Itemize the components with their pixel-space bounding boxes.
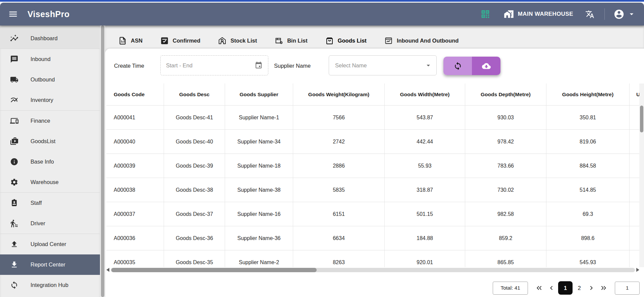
navbar-divider bbox=[604, 8, 605, 20]
page-button-1[interactable]: 1 bbox=[558, 281, 573, 295]
page-button-2[interactable]: 2 bbox=[574, 281, 585, 295]
tabs-bar: ASNConfirmedStock ListBin ListGoods List… bbox=[118, 34, 459, 48]
sync-icon bbox=[10, 281, 18, 289]
tab-stock-list[interactable]: Stock List bbox=[218, 36, 257, 45]
sidebar-item-outbound[interactable]: Outbound bbox=[0, 69, 100, 90]
scroll-left-arrow[interactable] bbox=[106, 268, 109, 272]
app-title: ViseshPro bbox=[28, 9, 69, 19]
horizontal-scrollbar-thumb[interactable] bbox=[111, 268, 317, 272]
sidebar-item-label: Outbound bbox=[31, 76, 55, 83]
sidebar-item-report-center[interactable]: Report Center bbox=[0, 254, 100, 275]
table-cell bbox=[630, 154, 639, 178]
sidebar-item-label: Finance bbox=[31, 118, 50, 124]
first-page-button[interactable] bbox=[533, 282, 545, 294]
tab-confirmed[interactable]: Confirmed bbox=[160, 36, 201, 45]
date-range-input[interactable] bbox=[160, 55, 268, 75]
supplier-select-placeholder: Select Name bbox=[335, 62, 424, 69]
sidebar-item-goodslist[interactable]: GoodsList bbox=[0, 131, 100, 152]
supplier-name-label: Supplier Name bbox=[274, 63, 311, 69]
top-navbar: ViseshPro MAIN WAREHOUSE bbox=[0, 3, 644, 25]
next-page-button[interactable] bbox=[585, 282, 597, 294]
column-header-goods-desc: Goods Desc bbox=[164, 83, 225, 105]
tab-label: Inbound And Outbound bbox=[397, 38, 459, 44]
date-range-field[interactable] bbox=[166, 62, 255, 69]
translate-button[interactable] bbox=[585, 10, 594, 19]
sidebar-item-finance[interactable]: Finance bbox=[0, 111, 100, 131]
table-cell: Supplier Name-34 bbox=[225, 130, 293, 154]
table-cell: Supplier Name-38 bbox=[225, 178, 293, 202]
sidebar-item-label: Staff bbox=[31, 200, 42, 206]
sidebar-item-base-info[interactable]: Base Info bbox=[0, 152, 100, 172]
table-cell: 930.03 bbox=[465, 106, 546, 129]
tab-inbound-and-outbound[interactable]: Inbound And Outbound bbox=[384, 36, 459, 45]
sidebar-item-staff[interactable]: Staff bbox=[0, 193, 100, 213]
warehouse-label: MAIN WAREHOUSE bbox=[518, 11, 573, 17]
vertical-scrollbar-thumb[interactable] bbox=[640, 106, 643, 132]
hamburger-icon bbox=[8, 9, 18, 19]
chevron-left-icon bbox=[547, 284, 555, 292]
tab-label: Bin List bbox=[287, 38, 308, 44]
sidebar-item-warehouse[interactable]: Warehouse bbox=[0, 172, 100, 192]
refresh-button[interactable] bbox=[443, 57, 472, 75]
table-cell: 55.93 bbox=[385, 154, 465, 178]
table-cell: 5835 bbox=[293, 178, 385, 202]
table-cell: 859.2 bbox=[465, 226, 546, 250]
export-download-button[interactable] bbox=[472, 57, 500, 75]
warehouse-switcher[interactable]: MAIN WAREHOUSE bbox=[504, 9, 573, 19]
account-circle-icon bbox=[613, 9, 625, 20]
horizontal-scrollbar-track[interactable] bbox=[111, 268, 635, 272]
pagination: Total: 41 12 bbox=[493, 281, 640, 295]
tab-bin-list[interactable]: Bin List bbox=[274, 36, 308, 45]
menu-button[interactable] bbox=[8, 9, 18, 19]
column-header-goods-supplier: Goods Supplier bbox=[225, 83, 293, 105]
devices-icon bbox=[10, 117, 18, 125]
table-cell bbox=[630, 106, 639, 129]
table-cell: 865.85 bbox=[465, 250, 546, 267]
table-cell: 982.58 bbox=[465, 202, 546, 226]
table-cell bbox=[630, 130, 639, 154]
table-cell: A000038 bbox=[106, 178, 164, 202]
tab-label: Confirmed bbox=[173, 38, 201, 44]
sidebar-item-label: Warehouse bbox=[31, 179, 59, 185]
vertical-scrollbar[interactable] bbox=[639, 83, 644, 267]
sidebar-item-dashboard[interactable]: Dashboard bbox=[0, 28, 100, 49]
sidebar-item-inbound[interactable]: Inbound bbox=[0, 49, 100, 69]
qr-scan-button[interactable] bbox=[480, 9, 490, 19]
sidebar-item-upload-center[interactable]: Upload Center bbox=[0, 234, 100, 254]
sidebar-item-integration-hub[interactable]: Integration Hub bbox=[0, 275, 100, 295]
table-row: A000036Goods Desc-36Supplier Name-366634… bbox=[106, 226, 639, 250]
tab-asn[interactable]: ASN bbox=[118, 36, 143, 45]
account-menu[interactable] bbox=[613, 9, 636, 20]
table-cell: 2886 bbox=[293, 154, 385, 178]
sidebar-item-inventory[interactable]: Inventory bbox=[0, 90, 100, 110]
tab-goods-list[interactable]: Goods List bbox=[325, 36, 367, 45]
column-header-goods-depth-metre-: Goods Depth(Metre) bbox=[465, 83, 546, 105]
chevron-right-icon bbox=[587, 284, 595, 292]
sidebar-item-driver[interactable]: Driver bbox=[0, 213, 100, 234]
table-row: A000038Goods Desc-38Supplier Name-385835… bbox=[106, 178, 639, 202]
table-cell: Supplier Name-16 bbox=[225, 202, 293, 226]
info-icon bbox=[10, 158, 18, 166]
qr-code-icon bbox=[480, 9, 490, 19]
table-cell: Goods Desc-35 bbox=[164, 250, 225, 267]
last-page-button[interactable] bbox=[597, 282, 609, 294]
prev-page-button[interactable] bbox=[545, 282, 557, 294]
table-cell: 350.81 bbox=[546, 106, 630, 129]
table-cell: 730.02 bbox=[465, 178, 546, 202]
horizontal-scrollbar[interactable] bbox=[106, 267, 639, 273]
table-row: A000035Goods Desc-35Supplier Name-282639… bbox=[106, 250, 639, 267]
scroll-right-arrow[interactable] bbox=[636, 268, 639, 272]
table-cell bbox=[630, 178, 639, 202]
table-cell: Goods Desc-40 bbox=[164, 130, 225, 154]
table-cell: 7566 bbox=[293, 106, 385, 129]
sidebar-scrollbar[interactable] bbox=[100, 25, 105, 297]
asn-doc-icon bbox=[118, 36, 127, 45]
page-jump-input[interactable] bbox=[615, 282, 640, 295]
table-cell: 819.06 bbox=[546, 130, 630, 154]
chevron-down-icon bbox=[424, 61, 432, 69]
sync-icon bbox=[453, 62, 462, 70]
table-cell: 8263 bbox=[293, 250, 385, 267]
sidebar-scrollbar-thumb[interactable] bbox=[101, 25, 104, 297]
supplier-select[interactable]: Select Name bbox=[329, 55, 437, 75]
tab-label: ASN bbox=[131, 38, 143, 44]
